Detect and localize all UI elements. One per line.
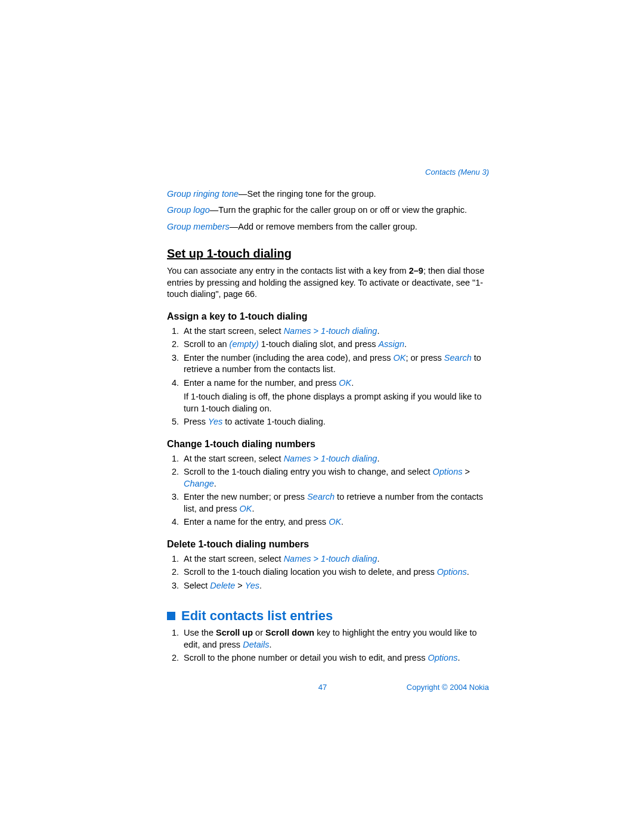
definition-term: Group logo bbox=[167, 205, 210, 215]
list-item: Enter a name for the entry, and press OK… bbox=[181, 516, 489, 528]
text: Enter a name for the number, and press bbox=[184, 378, 339, 388]
text: . bbox=[214, 479, 216, 488]
heading-text: Edit contacts list entries bbox=[181, 608, 333, 623]
paragraph: If 1-touch dialing is off, the phone dis… bbox=[184, 391, 489, 414]
text: . bbox=[252, 504, 254, 513]
text-highlight: Names > 1-touch dialing bbox=[284, 326, 377, 336]
list-item: Scroll to an (empty) 1-touch dialing slo… bbox=[181, 339, 489, 351]
definition-desc: —Set the ringing tone for the group. bbox=[239, 189, 376, 199]
page-number: 47 bbox=[239, 682, 407, 693]
text-highlight: (empty) bbox=[230, 339, 259, 349]
text: . bbox=[341, 517, 343, 527]
steps-list: At the start screen, select Names > 1-to… bbox=[167, 553, 489, 592]
text: Scroll to the phone number or detail you… bbox=[184, 653, 428, 662]
text: to activate 1-touch dialing. bbox=[222, 417, 326, 426]
text-bold: Scroll down bbox=[265, 628, 314, 637]
subheading-assign: Assign a key to 1-touch dialing bbox=[167, 310, 489, 323]
definition-desc: —Add or remove members from the caller g… bbox=[230, 222, 417, 231]
subheading-delete: Delete 1-touch dialing numbers bbox=[167, 538, 489, 551]
text: . bbox=[404, 339, 407, 349]
text: Enter a name for the entry, and press bbox=[184, 517, 329, 527]
text: You can associate any entry in the conta… bbox=[167, 266, 409, 275]
text: Press bbox=[184, 417, 208, 426]
section-heading-setup: Set up 1-touch dialing bbox=[167, 246, 489, 262]
text-highlight: Assign bbox=[378, 339, 404, 349]
text: . bbox=[377, 454, 379, 463]
list-item: At the start screen, select Names > 1-to… bbox=[181, 453, 489, 465]
text-bold: Scroll up bbox=[216, 628, 253, 637]
text: Enter the number (including the area cod… bbox=[184, 353, 393, 363]
text-highlight: Yes bbox=[245, 581, 259, 590]
text: ; or press bbox=[405, 353, 444, 363]
text: . bbox=[377, 326, 379, 336]
text: 1-touch dialing slot, and press bbox=[259, 339, 379, 349]
text-highlight: Delete bbox=[210, 581, 235, 590]
text-highlight: Change bbox=[184, 479, 214, 488]
steps-list: At the start screen, select Names > 1-to… bbox=[167, 453, 489, 528]
text: Enter the new number; or press bbox=[184, 492, 307, 501]
section-heading-edit: Edit contacts list entries bbox=[167, 607, 489, 625]
definition-desc: —Turn the graphic for the caller group o… bbox=[210, 205, 467, 215]
definition-item: Group members—Add or remove members from… bbox=[167, 221, 489, 233]
definition-item: Group ringing tone—Set the ringing tone … bbox=[167, 188, 489, 200]
text-highlight: OK bbox=[393, 353, 405, 363]
text: Scroll to the 1-touch dialing location y… bbox=[184, 567, 437, 577]
list-item: At the start screen, select Names > 1-to… bbox=[181, 553, 489, 565]
text-highlight: Names > 1-touch dialing bbox=[284, 454, 377, 463]
text-highlight: OK bbox=[339, 378, 351, 388]
text-highlight: Names > 1-touch dialing bbox=[284, 554, 377, 563]
list-item: Scroll to the phone number or detail you… bbox=[181, 652, 489, 664]
list-item: Use the Scroll up or Scroll down key to … bbox=[181, 627, 489, 651]
paragraph: You can associate any entry in the conta… bbox=[167, 265, 489, 301]
definition-term: Group members bbox=[167, 222, 230, 231]
steps-list: At the start screen, select Names > 1-to… bbox=[167, 326, 489, 429]
text: . bbox=[259, 581, 262, 590]
text: Scroll to an bbox=[184, 339, 230, 349]
page-footer: 47 Copyright © 2004 Nokia bbox=[167, 682, 489, 693]
definition-item: Group logo—Turn the graphic for the call… bbox=[167, 205, 489, 216]
text: . bbox=[467, 567, 469, 577]
text-highlight: Yes bbox=[208, 417, 222, 426]
copyright: Copyright © 2004 Nokia bbox=[407, 682, 489, 693]
text: or bbox=[253, 628, 265, 637]
text: Scroll to the 1-touch dialing entry you … bbox=[184, 467, 433, 476]
square-bullet-icon bbox=[167, 612, 175, 620]
text: . bbox=[351, 378, 354, 388]
text-highlight: Options bbox=[433, 467, 463, 476]
list-item: Scroll to the 1-touch dialing location y… bbox=[181, 566, 489, 578]
text: Select bbox=[184, 581, 210, 590]
text: > bbox=[235, 581, 245, 590]
text: . bbox=[457, 653, 460, 662]
list-item: Enter the new number; or press Search to… bbox=[181, 491, 489, 515]
text: At the start screen, select bbox=[184, 554, 284, 563]
steps-list: Use the Scroll up or Scroll down key to … bbox=[167, 627, 489, 664]
text: At the start screen, select bbox=[184, 326, 284, 336]
text: . bbox=[377, 554, 379, 563]
text: . bbox=[269, 640, 271, 649]
definition-term: Group ringing tone bbox=[167, 189, 239, 199]
text-bold: 2–9 bbox=[409, 266, 423, 275]
list-item: Press Yes to activate 1-touch dialing. bbox=[181, 416, 489, 428]
subheading-change: Change 1-touch dialing numbers bbox=[167, 438, 489, 451]
text-highlight: Options bbox=[428, 653, 457, 662]
list-item: Select Delete > Yes. bbox=[181, 580, 489, 592]
list-item: Enter a name for the number, and press O… bbox=[181, 377, 489, 415]
text: > bbox=[463, 467, 470, 476]
text-highlight: Options bbox=[437, 567, 467, 577]
list-item: Scroll to the 1-touch dialing entry you … bbox=[181, 466, 489, 490]
list-item: At the start screen, select Names > 1-to… bbox=[181, 326, 489, 337]
text-highlight: Search bbox=[444, 353, 472, 363]
text-highlight: OK bbox=[240, 504, 252, 513]
text-highlight: OK bbox=[329, 517, 341, 527]
text-highlight: Details bbox=[243, 640, 269, 649]
text: At the start screen, select bbox=[184, 454, 284, 463]
breadcrumb: Contacts (Menu 3) bbox=[167, 167, 489, 178]
text-highlight: Search bbox=[307, 492, 335, 501]
list-item: Enter the number (including the area cod… bbox=[181, 352, 489, 376]
text: Use the bbox=[184, 628, 216, 637]
document-page: Contacts (Menu 3) Group ringing tone—Set… bbox=[0, 0, 644, 764]
